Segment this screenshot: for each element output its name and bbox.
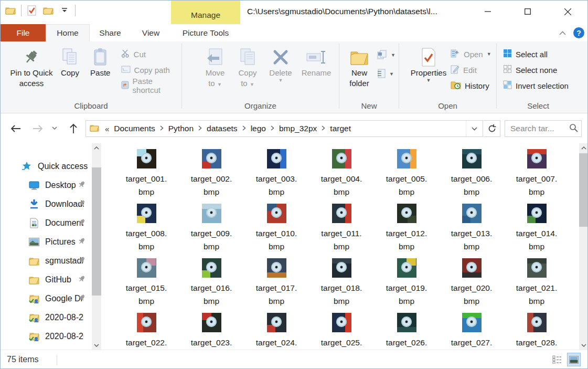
file-item[interactable]: target_021.bmp bbox=[504, 258, 569, 313]
file-item[interactable]: target_027.bmp bbox=[439, 313, 504, 350]
properties-check-icon[interactable] bbox=[26, 5, 38, 16]
new-folder-qat-icon[interactable] bbox=[42, 5, 54, 16]
sidebar-item-quick-access[interactable]: Quick access bbox=[1, 157, 92, 176]
properties-button[interactable]: Properties ▼ bbox=[408, 41, 450, 82]
help-icon[interactable]: ? bbox=[573, 27, 584, 38]
new-folder-button[interactable]: New folder bbox=[344, 41, 375, 89]
move-to-button[interactable]: Move to ▼ bbox=[199, 41, 231, 89]
file-item[interactable]: target_002.bmp bbox=[179, 149, 244, 204]
history-button[interactable]: History bbox=[451, 80, 491, 91]
breadcrumb-item[interactable]: Python bbox=[166, 124, 196, 133]
file-item[interactable]: target_004.bmp bbox=[309, 149, 374, 204]
file-item[interactable]: target_018.bmp bbox=[309, 258, 374, 313]
file-item[interactable]: target_025.bmp bbox=[309, 313, 374, 350]
breadcrumb-separator-icon[interactable] bbox=[319, 125, 328, 132]
sidebar-item-pictures[interactable]: Pictures bbox=[1, 233, 92, 251]
file-item[interactable]: target_020.bmp bbox=[439, 258, 504, 313]
breadcrumb-item[interactable]: lego bbox=[249, 124, 268, 133]
sidebar-item-google-drive[interactable]: Google Drive bbox=[1, 289, 92, 308]
content-scrollbar[interactable] bbox=[579, 143, 588, 350]
sidebar-item-documents[interactable]: Documents bbox=[1, 214, 92, 233]
invert-selection-button[interactable]: Invert selection bbox=[503, 80, 580, 91]
breadcrumb-separator-icon[interactable] bbox=[157, 125, 166, 132]
file-item[interactable]: target_010.bmp bbox=[244, 204, 309, 258]
forward-icon[interactable] bbox=[30, 125, 46, 132]
customize-qat-chevron-icon[interactable] bbox=[59, 5, 70, 16]
file-item[interactable]: target_011.bmp bbox=[309, 204, 374, 258]
maximize-button[interactable] bbox=[508, 1, 548, 23]
manage-contextual-tab-header[interactable]: Manage bbox=[171, 1, 240, 24]
sidebar-item-sgmustadio[interactable]: sgmustadio bbox=[1, 251, 92, 270]
tab-view[interactable]: View bbox=[131, 24, 171, 41]
delete-button[interactable]: Delete ▼ bbox=[264, 41, 297, 82]
file-item[interactable]: target_016.bmp bbox=[179, 258, 244, 313]
sidebar-item-github[interactable]: GitHub bbox=[1, 270, 92, 289]
address-dropdown-chevron-icon[interactable] bbox=[466, 121, 483, 136]
scrollbar-thumb[interactable] bbox=[92, 167, 101, 296]
breadcrumb-item[interactable]: target bbox=[328, 124, 353, 133]
copy-button[interactable]: Copy bbox=[55, 41, 85, 78]
file-item[interactable]: target_012.bmp bbox=[374, 204, 439, 258]
new-item-button[interactable]: ▼ bbox=[377, 50, 395, 60]
breadcrumb-item[interactable]: Documents bbox=[112, 124, 157, 133]
tab-picture-tools[interactable]: Picture Tools bbox=[171, 24, 240, 41]
sidebar-item-desktop[interactable]: Desktop bbox=[1, 176, 92, 195]
search-icon[interactable] bbox=[569, 123, 578, 134]
refresh-icon[interactable] bbox=[484, 120, 500, 137]
copy-path-button[interactable]: \... Copy path bbox=[121, 65, 181, 75]
scroll-down-icon[interactable] bbox=[579, 341, 588, 350]
breadcrumb-item[interactable]: datasets bbox=[205, 124, 240, 133]
sidebar-item-2020-08-26[interactable]: 2020-08-26 bbox=[1, 327, 92, 346]
recent-locations-chevron-icon[interactable] bbox=[49, 126, 60, 130]
breadcrumb-separator-icon[interactable] bbox=[240, 125, 249, 132]
file-item[interactable]: target_028.bmp bbox=[504, 313, 569, 350]
up-icon[interactable] bbox=[66, 123, 81, 134]
scroll-up-icon[interactable] bbox=[579, 143, 588, 152]
file-item[interactable]: target_003.bmp bbox=[244, 149, 309, 204]
tab-home[interactable]: Home bbox=[46, 24, 90, 41]
sidebar-item-clipped[interactable] bbox=[1, 346, 92, 350]
pin-to-quick-access-button[interactable]: Pin to Quick access bbox=[8, 41, 55, 89]
paste-button[interactable]: Paste bbox=[85, 41, 116, 78]
breadcrumb-item[interactable]: bmp_32px bbox=[277, 124, 319, 133]
open-button[interactable]: Open ▼ bbox=[451, 49, 491, 59]
file-item[interactable]: target_024.bmp bbox=[244, 313, 309, 350]
file-item[interactable]: target_006.bmp bbox=[439, 149, 504, 204]
file-item[interactable]: target_017.bmp bbox=[244, 258, 309, 313]
file-item[interactable]: target_019.bmp bbox=[374, 258, 439, 313]
tab-file[interactable]: File bbox=[1, 24, 46, 41]
close-button[interactable] bbox=[548, 1, 587, 23]
edit-button[interactable]: Edit bbox=[451, 65, 491, 75]
tab-share[interactable]: Share bbox=[90, 24, 131, 41]
collapse-ribbon-chevron-icon[interactable] bbox=[559, 29, 566, 37]
file-item[interactable]: target_008.bmp bbox=[114, 204, 179, 258]
copy-to-button[interactable]: Copy to ▼ bbox=[231, 41, 264, 89]
file-item[interactable]: target_026.bmp bbox=[374, 313, 439, 350]
explorer-folder-icon[interactable] bbox=[5, 5, 16, 16]
thumbnail-view-button[interactable] bbox=[568, 353, 580, 366]
cut-button[interactable]: Cut bbox=[121, 49, 181, 59]
file-item[interactable]: target_023.bmp bbox=[179, 313, 244, 350]
sidebar-item-2020-08-25[interactable]: 2020-08-25 bbox=[1, 308, 92, 327]
scroll-up-icon[interactable] bbox=[92, 143, 101, 152]
file-item[interactable]: target_007.bmp bbox=[504, 149, 569, 204]
file-item[interactable]: target_015.bmp bbox=[114, 258, 179, 313]
easy-access-button[interactable]: ▼ bbox=[377, 69, 395, 79]
file-item[interactable]: target_005.bmp bbox=[374, 149, 439, 204]
file-item[interactable]: target_014.bmp bbox=[504, 204, 569, 258]
scrollbar-thumb[interactable] bbox=[579, 153, 588, 227]
scroll-down-icon[interactable] bbox=[92, 341, 101, 350]
address-bar[interactable]: « DocumentsPythondatasetslegobmp_32pxtar… bbox=[85, 120, 483, 137]
breadcrumb-separator-icon[interactable] bbox=[196, 125, 205, 132]
search-input[interactable] bbox=[510, 124, 569, 133]
select-all-button[interactable]: Select all bbox=[503, 49, 580, 59]
select-none-button[interactable]: Select none bbox=[503, 65, 580, 75]
file-item[interactable]: target_013.bmp bbox=[439, 204, 504, 258]
sidebar-scrollbar[interactable] bbox=[92, 143, 101, 350]
paste-shortcut-button[interactable]: Paste shortcut bbox=[121, 80, 181, 91]
details-view-button[interactable] bbox=[551, 353, 563, 366]
rename-button[interactable]: Rename bbox=[297, 41, 335, 78]
sidebar-item-downloads[interactable]: Downloads bbox=[1, 195, 92, 214]
file-item[interactable]: target_001.bmp bbox=[114, 149, 179, 204]
back-icon[interactable] bbox=[8, 125, 24, 132]
